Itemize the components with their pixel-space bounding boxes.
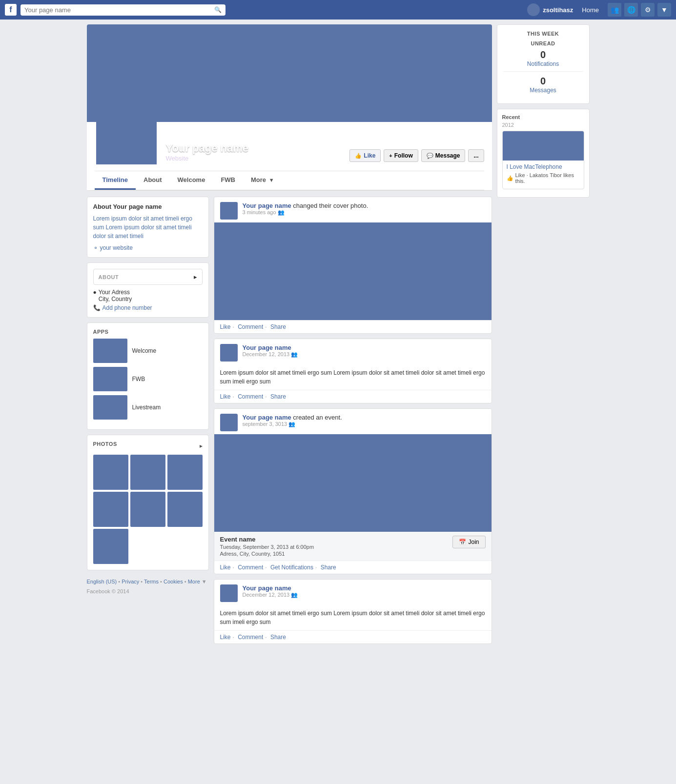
- profile-info-row: Your page name Website 👍 Like + Follow 💬…: [95, 122, 484, 171]
- app-livestream-name: Livestream: [132, 404, 161, 411]
- notif-divider: [503, 71, 583, 72]
- home-button[interactable]: Home: [578, 4, 603, 16]
- address-text: Your Adress: [99, 289, 132, 296]
- post-1-meta: Your page name changed their cover photo…: [243, 202, 486, 216]
- post-1: Your page name changed their cover photo…: [214, 197, 492, 334]
- post-2-privacy-icon: 👥: [291, 351, 298, 357]
- apps-title: APPS: [93, 329, 203, 335]
- post-1-privacy-icon: 👥: [278, 209, 285, 215]
- post-4-meta: Your page name December 12, 2013 👥: [243, 584, 486, 598]
- post-1-comment[interactable]: Comment: [238, 323, 263, 330]
- recent-section: Recent 2012 I Love MacTelephone 👍 Like ·…: [497, 109, 590, 198]
- post-3-share[interactable]: Share: [321, 564, 336, 571]
- follow-button[interactable]: + Follow: [384, 149, 418, 162]
- post-1-share[interactable]: Share: [270, 323, 286, 330]
- app-welcome-thumb: [93, 339, 127, 363]
- globe-icon[interactable]: 🌐: [624, 3, 638, 17]
- post-1-pagename[interactable]: Your page name: [243, 202, 291, 209]
- gear-icon[interactable]: ⚙: [641, 3, 655, 17]
- post-1-header: Your page name changed their cover photo…: [214, 197, 492, 222]
- friends-icon[interactable]: 👥: [608, 3, 621, 17]
- post-2-actions: Like· Comment· Share: [214, 390, 492, 403]
- tab-welcome[interactable]: Welcome: [170, 171, 213, 190]
- post-1-like[interactable]: Like: [220, 323, 231, 330]
- photos-title: PHOTOS: [93, 441, 117, 447]
- search-bar[interactable]: 🔍: [20, 4, 225, 16]
- photo-6[interactable]: [167, 492, 203, 527]
- tab-about[interactable]: About: [136, 171, 170, 190]
- post-4-like[interactable]: Like: [220, 634, 231, 641]
- post-3-comment[interactable]: Comment: [238, 564, 263, 571]
- photos-chevron-icon[interactable]: ▸: [200, 442, 203, 449]
- footer-terms[interactable]: Terms: [144, 579, 159, 584]
- event-info: Event name Tuesday, September 3, 2013 at…: [214, 532, 492, 561]
- post-4-comment[interactable]: Comment: [238, 634, 263, 641]
- about-text: Lorem ipsum dolor sit amet timeli ergo s…: [93, 214, 203, 241]
- app-livestream-thumb: [93, 395, 127, 420]
- event-name: Event name: [220, 536, 314, 543]
- post-3-like[interactable]: Like: [220, 564, 231, 571]
- like-button[interactable]: 👍 Like: [349, 149, 381, 162]
- about-section-label: ABOUT: [99, 274, 119, 280]
- photo-7[interactable]: [93, 529, 128, 564]
- post-3-image: [214, 434, 492, 532]
- more-button[interactable]: ...: [468, 149, 484, 162]
- app-fwb: FWB: [93, 367, 203, 391]
- footer-cookies[interactable]: Cookies: [164, 579, 183, 584]
- photo-4[interactable]: [93, 492, 128, 527]
- copyright: Facebook © 2014: [87, 588, 129, 594]
- search-input[interactable]: [24, 6, 212, 14]
- photos-card: PHOTOS ▸: [87, 435, 209, 570]
- photo-2[interactable]: [130, 455, 165, 490]
- footer-privacy[interactable]: Privacy: [122, 579, 139, 584]
- phone-row[interactable]: 📞 Add phone number: [93, 304, 203, 311]
- messages-label[interactable]: Messages: [503, 87, 583, 94]
- footer-english[interactable]: English (US): [87, 579, 117, 584]
- suggestion-info: I Love MacTelephone 👍 Like · Lakatos Tib…: [503, 161, 584, 189]
- follow-icon: +: [389, 153, 392, 159]
- join-button[interactable]: 📅 Join: [452, 536, 485, 548]
- post-1-actions: Like· Comment· Share: [214, 320, 492, 333]
- post-2-text: Lorem ipsum dolor sit amet timeli ergo s…: [214, 364, 492, 390]
- like-icon: 👍: [355, 153, 362, 159]
- dropdown-icon[interactable]: ▼: [657, 3, 671, 17]
- tab-more[interactable]: More ▼: [243, 171, 282, 190]
- post-2-share[interactable]: Share: [270, 393, 286, 400]
- post-4-pagename[interactable]: Your page name: [243, 584, 291, 592]
- address-row: ● Your Adress City, Country: [93, 289, 203, 302]
- facebook-logo: f: [5, 4, 17, 16]
- post-2-pagename[interactable]: Your page name: [243, 344, 291, 351]
- post-3-privacy-icon: 👥: [288, 421, 295, 427]
- year-label: 2012: [502, 122, 584, 128]
- message-button[interactable]: 💬 Message: [421, 149, 466, 162]
- app-livestream: Livestream: [93, 395, 203, 420]
- profile-website: Website: [166, 155, 350, 162]
- about-section-header: ABOUT ▸: [93, 269, 203, 285]
- tab-fwb[interactable]: FWB: [213, 171, 243, 190]
- photo-5[interactable]: [130, 492, 165, 527]
- profile-actions: 👍 Like + Follow 💬 Message ...: [349, 149, 484, 166]
- globe-small-icon: ⚬: [93, 244, 98, 251]
- post-3-notifications[interactable]: Get Notifications: [270, 564, 313, 571]
- event-date: Tuesday, September 3, 2013 at 6:00pm: [220, 544, 314, 550]
- post-3-time: september 3, 3013 👥: [243, 421, 486, 427]
- chevron-right-icon: ▸: [194, 273, 197, 281]
- post-4-share[interactable]: Share: [270, 634, 286, 641]
- post-2-like[interactable]: Like: [220, 393, 231, 400]
- post-3-avatar: [220, 414, 238, 431]
- photo-3[interactable]: [167, 455, 203, 490]
- content-columns: About Your page name Lorem ipsum dolor s…: [87, 191, 492, 649]
- nav-right: zsoltihasz Home 👥 🌐 ⚙ ▼: [527, 3, 671, 17]
- post-2-comment[interactable]: Comment: [238, 393, 263, 400]
- photo-1[interactable]: [93, 455, 128, 490]
- website-link[interactable]: ⚬ your website: [93, 244, 203, 251]
- suggestion-name[interactable]: I Love MacTelephone: [507, 163, 580, 170]
- tab-timeline[interactable]: Timeline: [95, 171, 136, 190]
- footer-more[interactable]: More: [188, 579, 200, 584]
- notifications-label[interactable]: Notifications: [503, 60, 583, 67]
- post-3-pagename[interactable]: Your page name: [243, 414, 291, 421]
- nav-username: zsoltihasz: [543, 6, 573, 14]
- app-welcome: Welcome: [93, 339, 203, 363]
- photos-header: PHOTOS ▸: [93, 441, 203, 451]
- post-4-actions: Like· Comment· Share: [214, 630, 492, 643]
